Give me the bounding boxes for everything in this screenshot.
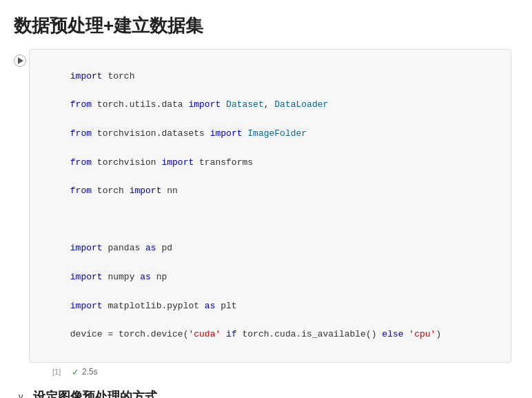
code-input-1[interactable]: import torch from torch.utils.data impor… xyxy=(29,49,511,363)
code-line: import pandas as pd xyxy=(70,243,172,253)
collapse-toggle-2[interactable]: ∨ xyxy=(14,391,28,398)
run-icon xyxy=(18,57,23,64)
section-2-title: 设定图像预处理的方式 xyxy=(33,388,157,398)
cell-1-output: [1] ✓ 2.5s xyxy=(52,367,511,377)
section-2-heading: ∨ 设定图像预处理的方式 xyxy=(14,388,511,398)
code-line: from torchvision.datasets import ImageFo… xyxy=(70,128,307,139)
code-line: device = torch.device('cuda' if torch.cu… xyxy=(70,329,441,339)
code-line: from torch.utils.data import Dataset, Da… xyxy=(70,99,329,110)
code-line: from torch import nn xyxy=(70,186,178,196)
code-cell-1: import torch from torch.utils.data impor… xyxy=(14,49,511,363)
run-button-1[interactable] xyxy=(14,54,26,67)
cell-1-time: 2.5s xyxy=(82,367,98,377)
cell-1-check: ✓ xyxy=(72,367,79,377)
cell-1-number: [1] xyxy=(52,368,66,376)
code-line: import torch xyxy=(70,71,135,81)
code-line: import numpy as np xyxy=(70,272,167,282)
code-line: import matplotlib.pyplot as plt xyxy=(70,301,237,311)
page-title: 数据预处理+建立数据集 xyxy=(14,14,511,38)
code-line: from torchvision import transforms xyxy=(70,157,253,168)
